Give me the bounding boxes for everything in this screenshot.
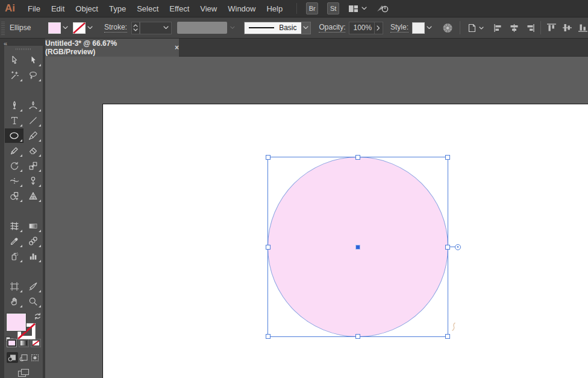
zoom-tool[interactable] [23, 294, 42, 309]
draw-behind-icon [19, 354, 28, 362]
canvas-area[interactable] [45, 57, 588, 378]
handle-bottom-right[interactable] [445, 334, 450, 339]
perspective-grid-tool[interactable] [23, 189, 42, 203]
gradient-tool[interactable] [23, 219, 42, 233]
transform-options[interactable] [467, 23, 484, 33]
menu-help[interactable]: Help [261, 4, 288, 13]
color-mode-none[interactable] [31, 339, 41, 347]
lasso-tool[interactable] [23, 68, 42, 83]
tab-close-icon[interactable]: × [175, 43, 179, 52]
type-tool-icon [10, 116, 19, 125]
workspace-switcher[interactable] [348, 4, 367, 13]
width-profile-dropdown-disabled [177, 22, 228, 34]
recolor-artwork-icon[interactable] [442, 22, 453, 34]
opacity-field[interactable]: 100% [349, 22, 375, 34]
tool-panel [4, 46, 43, 378]
stroke-weight-label[interactable]: Stroke: [104, 23, 127, 33]
menu-file[interactable]: File [22, 4, 46, 13]
menu-select[interactable]: Select [131, 4, 164, 13]
symbol-sprayer-tool-icon [10, 251, 19, 261]
hand-tool[interactable] [5, 294, 23, 309]
paintbrush-tool[interactable] [23, 128, 42, 143]
shape-builder-tool[interactable] [5, 189, 23, 203]
style-label[interactable]: Style: [390, 23, 408, 33]
opacity-expand-button[interactable] [375, 22, 383, 34]
horizontal-align-center-icon[interactable] [509, 24, 519, 33]
blend-tool[interactable] [23, 234, 42, 248]
rotate-tool[interactable] [5, 159, 23, 173]
color-mode-color[interactable] [7, 339, 17, 347]
stroke-color-dropdown[interactable] [73, 22, 95, 34]
tool-panel-grip[interactable] [16, 48, 31, 50]
handle-top-left[interactable] [266, 155, 271, 160]
magic-wand-tool[interactable] [5, 68, 23, 83]
puppet-warp-tool-icon [28, 176, 38, 186]
bridge-icon[interactable]: Br [306, 2, 318, 14]
none-chip [33, 341, 39, 345]
vertical-align-center-icon[interactable] [562, 23, 572, 33]
menu-object[interactable]: Object [70, 4, 104, 13]
live-shape-pie-widget[interactable] [455, 244, 461, 250]
document-tab[interactable]: Untitled-3* @ 66.67% (RGB/Preview) × [45, 39, 179, 57]
curvature-tool-icon [28, 101, 38, 110]
draw-normal-button[interactable] [7, 352, 18, 363]
menu-type[interactable]: Type [104, 4, 131, 13]
vertical-align-bottom-icon[interactable] [578, 23, 588, 33]
opacity-label[interactable]: Opacity: [319, 23, 345, 33]
eyedropper-tool[interactable] [5, 234, 23, 248]
horizontal-align-right-icon[interactable] [525, 24, 535, 33]
handle-top-center[interactable] [355, 155, 360, 160]
handle-middle-left[interactable] [266, 245, 271, 250]
gpu-performance[interactable] [376, 3, 389, 14]
shape-center-point[interactable] [355, 245, 360, 250]
menu-view[interactable]: View [195, 4, 222, 13]
mesh-tool[interactable] [5, 219, 23, 233]
screen-mode-button[interactable] [17, 368, 30, 378]
type-tool[interactable] [5, 113, 23, 128]
brush-definition-dropdown[interactable]: Basic [244, 22, 311, 34]
paintbrush-tool-icon [28, 131, 38, 140]
handle-bottom-center[interactable] [355, 334, 360, 339]
workspace-switcher-icon [348, 4, 358, 13]
draw-behind-button[interactable] [18, 352, 30, 363]
selection-bounding-box[interactable] [267, 157, 448, 337]
stroke-weight-dropdown[interactable] [140, 22, 172, 34]
draw-inside-button[interactable] [30, 352, 41, 363]
menu-window[interactable]: Window [222, 4, 261, 13]
vertical-align-top-icon[interactable] [546, 23, 557, 33]
stepper-down-icon[interactable] [133, 28, 138, 31]
stroke-color-swatch[interactable] [73, 22, 86, 34]
handle-top-right[interactable] [445, 155, 450, 160]
curvature-tool[interactable] [23, 98, 42, 113]
direct-selection-tool[interactable] [23, 53, 42, 68]
slice-tool[interactable] [23, 279, 42, 294]
symbol-sprayer-tool[interactable] [5, 249, 23, 263]
horizontal-align-left-icon[interactable] [493, 24, 504, 33]
puppet-warp-tool[interactable] [23, 174, 42, 188]
color-chip [8, 341, 15, 345]
artboard-tool[interactable] [5, 279, 23, 294]
line-segment-tool[interactable] [23, 113, 42, 128]
column-graph-tool[interactable] [23, 249, 42, 263]
control-bar-grip[interactable] [1, 20, 5, 35]
eraser-tool[interactable] [23, 143, 42, 158]
handle-bottom-left[interactable] [266, 334, 271, 339]
pen-tool[interactable] [5, 98, 23, 113]
scale-tool[interactable] [23, 159, 42, 173]
style-dropdown[interactable] [412, 22, 434, 34]
stepper-up-icon[interactable] [133, 24, 138, 27]
selection-tool[interactable] [5, 53, 23, 68]
menu-effect[interactable]: Effect [164, 4, 195, 13]
style-swatch[interactable] [412, 22, 425, 34]
stroke-weight-stepper[interactable] [131, 22, 140, 34]
shaper-tool[interactable] [5, 143, 23, 158]
swap-fill-stroke-icon[interactable] [34, 312, 42, 320]
ellipse-tool[interactable] [5, 128, 23, 143]
fill-proxy-swatch[interactable] [7, 313, 26, 331]
fill-color-dropdown[interactable] [48, 22, 70, 34]
width-tool[interactable] [5, 174, 23, 188]
menu-edit[interactable]: Edit [46, 4, 70, 13]
stock-icon[interactable]: St [327, 2, 339, 14]
fill-color-swatch[interactable] [48, 22, 61, 34]
color-mode-gradient[interactable] [19, 339, 29, 347]
